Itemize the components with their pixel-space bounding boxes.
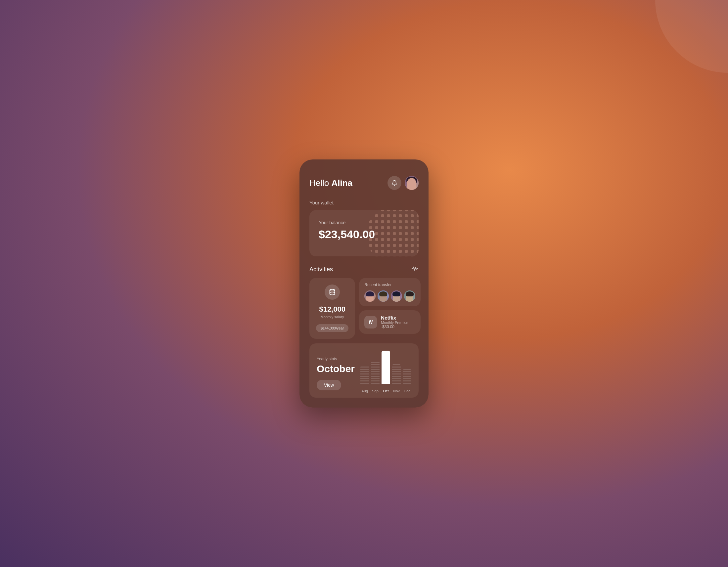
pulse-icon [411, 266, 419, 272]
chart-label-oct: Oct [383, 386, 388, 398]
chart-label-aug: Aug [361, 386, 368, 398]
chart-label-sep: Sep [372, 386, 379, 398]
bell-icon [391, 180, 397, 186]
netflix-name: Netflix [381, 315, 409, 320]
transfer-avatar-2[interactable] [378, 290, 389, 302]
salary-card: $12,000 Monthly salary $144,000/year [309, 278, 355, 339]
app-header: Hello Alina [299, 160, 429, 197]
header-actions [387, 176, 419, 190]
chart-col-dec: Dec [403, 351, 411, 398]
chart-col-nov: Nov [392, 351, 401, 398]
chart-bar-sep-wrap [371, 351, 380, 384]
stats-label: Yearly stats [317, 356, 360, 361]
activities-header: Activities [299, 257, 429, 278]
netflix-subtitle: Monthly Premium [381, 320, 409, 324]
avatar-image [405, 176, 419, 190]
activities-title: Activities [309, 266, 333, 273]
chart-col-oct: Oct [382, 351, 390, 398]
transfer-avatar-1[interactable] [364, 290, 376, 302]
chart-bar-sep [371, 360, 380, 384]
activities-grid: $12,000 Monthly salary $144,000/year Rec… [299, 278, 429, 339]
transfer-title: Recent transfer [364, 283, 415, 287]
balance-card: Your balance $23,540.00 [309, 210, 419, 257]
stats-month: October [317, 363, 360, 374]
chart-bar-aug-wrap [360, 351, 369, 384]
phone-app: Hello Alina Your wallet Your balance $23… [299, 160, 429, 407]
stats-info: Yearly stats October View [317, 356, 360, 398]
salary-icon [325, 284, 340, 300]
chart-col-sep: Sep [371, 351, 380, 398]
chart-label-dec: Dec [404, 386, 410, 398]
transfer-avatar-4[interactable] [404, 290, 415, 302]
chart-bar-oct-wrap [382, 351, 390, 384]
avatar[interactable] [405, 176, 419, 190]
chart-bar-aug [360, 365, 369, 384]
netflix-amount: -$30.00 [381, 324, 409, 329]
wallet-title: Your wallet [309, 200, 419, 206]
view-button[interactable]: View [317, 380, 341, 390]
greeting-prefix: Hello [309, 178, 331, 188]
view-button-label: View [324, 382, 334, 388]
avatar-face [407, 178, 416, 190]
chart-label-nov: Nov [393, 386, 400, 398]
salary-amount: $12,000 [319, 305, 345, 313]
wallet-section: Your wallet Your balance $23,540.00 [299, 197, 429, 257]
transfer-avatar-3[interactable] [391, 290, 402, 302]
yearly-badge: $144,000/year [316, 324, 348, 332]
chart-col-aug: Aug [360, 351, 369, 398]
chart-bar-oct [382, 351, 390, 384]
transfer-card: Recent transfer [359, 278, 421, 306]
chart-area: Aug Sep Oct Nov [360, 351, 411, 398]
decoration [655, 0, 728, 73]
chart-bar-nov [392, 364, 401, 384]
right-cards: Recent transfer [359, 278, 421, 339]
netflix-info: Netflix Monthly Premium -$30.00 [381, 315, 409, 329]
netflix-card: N Netflix Monthly Premium -$30.00 [359, 310, 421, 334]
svg-point-2 [366, 210, 419, 257]
chart-bar-dec [403, 369, 411, 384]
database-icon [329, 289, 336, 295]
stats-card: Yearly stats October View Aug Sep [309, 343, 419, 398]
svg-point-3 [330, 289, 335, 291]
netflix-logo-text: N [369, 319, 373, 325]
chart-bar-dec-wrap [403, 351, 411, 384]
dots-decoration [356, 210, 419, 257]
activity-icon-button[interactable] [411, 266, 419, 273]
chart-bar-nov-wrap [392, 351, 401, 384]
notification-button[interactable] [387, 176, 401, 190]
username: Alina [331, 178, 352, 188]
transfer-avatars [364, 290, 415, 302]
netflix-logo: N [364, 316, 377, 328]
greeting-text: Hello Alina [309, 178, 352, 188]
salary-label: Monthly salary [321, 315, 344, 319]
